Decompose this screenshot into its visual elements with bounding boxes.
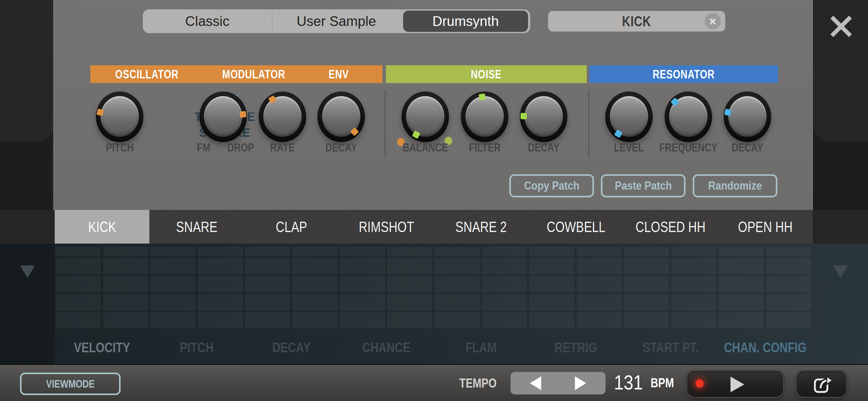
step-cell[interactable] — [624, 294, 669, 310]
step-cell[interactable] — [435, 294, 479, 310]
step-cell[interactable] — [529, 294, 574, 310]
step-cell[interactable] — [482, 312, 527, 329]
step-cell[interactable] — [719, 312, 764, 329]
step-cell[interactable] — [577, 258, 622, 274]
tempo-decrease-icon[interactable] — [530, 376, 541, 390]
step-cell[interactable] — [198, 247, 243, 256]
step-cell[interactable] — [766, 247, 811, 256]
param-page-chan-config[interactable]: CHAN. CONFIG — [718, 339, 813, 356]
step-cell[interactable] — [150, 294, 195, 310]
step-cell[interactable] — [56, 247, 101, 256]
step-cell[interactable] — [245, 294, 290, 310]
step-cell[interactable] — [292, 276, 337, 292]
step-cell[interactable] — [577, 312, 622, 329]
step-cell[interactable] — [577, 294, 622, 310]
step-cell[interactable] — [103, 247, 148, 256]
param-page-chance[interactable]: CHANCE — [339, 339, 434, 356]
mode-tab-drumsynth[interactable]: Drumsynth — [403, 11, 528, 32]
step-cell[interactable] — [56, 294, 101, 310]
scroll-down-right-icon[interactable] — [833, 265, 848, 278]
track-tab-clap[interactable]: CLAP — [244, 210, 339, 244]
step-cell[interactable] — [766, 312, 811, 329]
step-cell[interactable] — [719, 276, 764, 292]
track-tab-snare-2[interactable]: SNARE 2 — [434, 210, 528, 244]
step-cell[interactable] — [103, 276, 148, 292]
step-cell[interactable] — [672, 276, 716, 292]
step-cell[interactable] — [529, 258, 574, 274]
randomize-button[interactable]: Randomize — [693, 174, 777, 197]
track-tab-snare[interactable]: SNARE — [149, 210, 244, 244]
step-cell[interactable] — [577, 276, 622, 292]
knob-res-decay[interactable] — [724, 92, 771, 142]
step-cell[interactable] — [56, 312, 101, 329]
step-cell[interactable] — [719, 258, 764, 274]
step-cell[interactable] — [529, 276, 574, 292]
step-cell[interactable] — [387, 258, 432, 274]
step-cell[interactable] — [103, 258, 148, 274]
step-cell[interactable] — [387, 247, 432, 256]
step-cell[interactable] — [292, 258, 337, 274]
step-cell[interactable] — [150, 276, 195, 292]
param-page-velocity[interactable]: VELOCITY — [55, 339, 149, 356]
knob-filter[interactable] — [461, 92, 508, 142]
step-cell[interactable] — [577, 247, 622, 256]
track-tab-cowbell[interactable]: COWBELL — [528, 210, 623, 244]
step-cell[interactable] — [435, 276, 479, 292]
param-page-decay[interactable]: DECAY — [244, 339, 339, 356]
step-cell[interactable] — [340, 294, 385, 310]
bpm-value[interactable]: 131 — [608, 365, 649, 400]
param-page-start-pt[interactable]: START PT. — [623, 339, 718, 356]
copy-patch-button[interactable]: Copy Patch — [509, 174, 594, 197]
step-cell[interactable] — [150, 312, 195, 329]
step-cell[interactable] — [292, 247, 337, 256]
step-cell[interactable] — [624, 276, 669, 292]
step-cell[interactable] — [245, 312, 290, 329]
param-page-retrig[interactable]: RETRIG — [528, 339, 623, 356]
step-cell[interactable] — [482, 294, 527, 310]
close-icon[interactable] — [827, 12, 855, 40]
step-cell[interactable] — [340, 276, 385, 292]
mode-tab-user-sample[interactable]: User Sample — [272, 9, 401, 33]
step-cell[interactable] — [672, 294, 716, 310]
step-cell[interactable] — [766, 258, 811, 274]
track-tab-kick[interactable]: KICK — [55, 210, 149, 244]
knob-balance[interactable] — [402, 92, 449, 142]
clear-text-icon[interactable] — [705, 13, 721, 29]
track-tab-rimshot[interactable]: RIMSHOT — [339, 210, 434, 244]
step-cell[interactable] — [766, 276, 811, 292]
step-cell[interactable] — [150, 247, 195, 256]
step-cell[interactable] — [292, 312, 337, 329]
step-cell[interactable] — [56, 276, 101, 292]
step-cell[interactable] — [198, 276, 243, 292]
step-cell[interactable] — [198, 258, 243, 274]
step-cell[interactable] — [719, 247, 764, 256]
step-cell[interactable] — [387, 312, 432, 329]
step-cell[interactable] — [529, 247, 574, 256]
track-tab-open-hh[interactable]: OPEN HH — [718, 210, 813, 244]
step-cell[interactable] — [198, 294, 243, 310]
tempo-stepper[interactable] — [510, 372, 606, 395]
knob-fm-drop[interactable] — [199, 92, 247, 142]
step-cell[interactable] — [719, 294, 764, 310]
viewmode-button[interactable]: VIEWMODE — [20, 373, 121, 395]
step-cell[interactable] — [482, 276, 527, 292]
scroll-down-left-icon[interactable] — [20, 265, 35, 278]
param-page-pitch[interactable]: PITCH — [149, 339, 244, 356]
knob-pitch[interactable] — [96, 92, 144, 142]
knob-level[interactable] — [605, 92, 653, 142]
step-cell[interactable] — [103, 294, 148, 310]
step-cell[interactable] — [435, 312, 479, 329]
step-cell[interactable] — [624, 247, 669, 256]
step-cell[interactable] — [482, 258, 527, 274]
step-cell[interactable] — [245, 258, 290, 274]
step-cell[interactable] — [672, 258, 716, 274]
step-cell[interactable] — [482, 247, 527, 256]
knob-rate[interactable] — [259, 92, 306, 142]
step-cell[interactable] — [340, 258, 385, 274]
mode-tab-classic[interactable]: Classic — [143, 9, 272, 33]
step-cell[interactable] — [245, 276, 290, 292]
step-cell[interactable] — [245, 247, 290, 256]
paste-patch-button[interactable]: Paste Patch — [601, 174, 685, 197]
step-cell[interactable] — [529, 312, 574, 329]
step-cell[interactable] — [103, 312, 148, 329]
